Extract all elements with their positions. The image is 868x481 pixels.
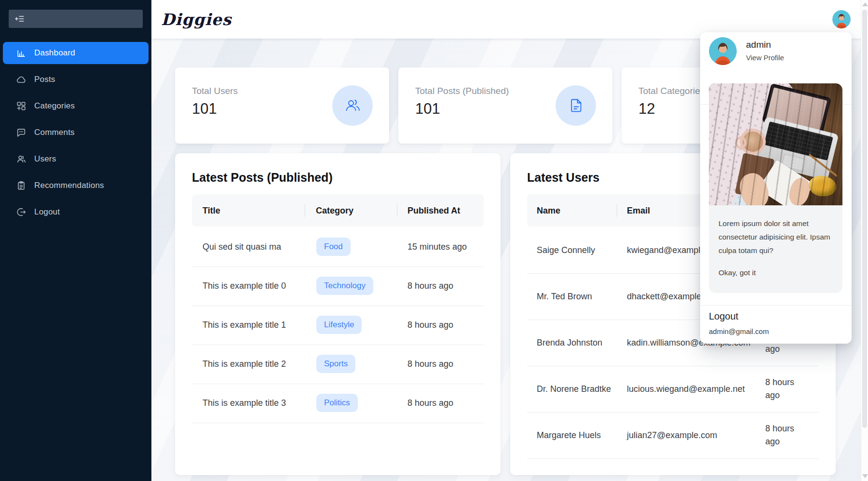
table-row: Dr. Norene Bradtke lucious.wiegand@examp… — [510, 366, 836, 412]
stat-card-total-users: Total Users 101 — [175, 67, 389, 144]
clipboard-icon — [15, 180, 27, 191]
post-published-at: 8 hours ago — [407, 320, 453, 330]
logout-icon — [15, 206, 27, 218]
app-logo: Diggies — [161, 0, 231, 39]
user-name: Mr. Ted Brown — [537, 292, 611, 302]
notebook — [735, 153, 774, 200]
post-title: This is example title 2 — [203, 359, 286, 369]
profile-avatar — [709, 37, 737, 65]
user-name: Saige Connelly — [537, 245, 611, 255]
sidebar-collapse-button[interactable] — [9, 10, 143, 28]
column-header-category[interactable]: Category — [316, 205, 353, 215]
pencil — [809, 154, 838, 177]
column-separator — [305, 204, 305, 217]
sidebar-item-dashboard[interactable]: Dashboard — [3, 42, 149, 64]
profile-email: admin@gmail.com — [709, 327, 769, 335]
stat-value: 101 — [415, 100, 440, 118]
left-hand — [736, 170, 773, 205]
post-category: Technology — [316, 277, 373, 295]
sidebar-item-recommendations[interactable]: Recommendations — [3, 174, 149, 197]
note-dismiss-button[interactable]: Okay, got it — [719, 268, 833, 277]
post-category: Lifestyle — [316, 316, 362, 334]
post-category: Politics — [316, 394, 358, 412]
sidebar-item-label: Logout — [34, 207, 60, 217]
laptop-keyboard — [754, 117, 839, 181]
user-name: Brenda Johnston — [537, 338, 611, 348]
profile-menu-popover: admin View Profile Lorem ipsum dolor sit… — [700, 32, 852, 344]
column-separator — [397, 204, 397, 217]
stat-value: 12 — [638, 100, 655, 118]
sidebar: Dashboard Posts Categories Comments User — [0, 0, 151, 481]
sidebar-item-label: Users — [34, 154, 56, 164]
column-header-name[interactable]: Name — [537, 205, 560, 215]
post-published-at: 8 hours ago — [407, 398, 453, 408]
scroll-down-arrow-icon[interactable] — [862, 474, 868, 478]
sidebar-item-categories[interactable]: Categories — [3, 95, 149, 117]
sidebar-item-comments[interactable]: Comments — [3, 121, 149, 144]
coffee-mug — [740, 129, 766, 155]
right-hand — [787, 176, 813, 205]
vertical-scrollbar[interactable] — [861, 0, 868, 481]
chat-icon — [15, 127, 27, 138]
posts-table-header: Title Category Published At — [192, 194, 484, 227]
sleeve-cuff — [731, 188, 764, 205]
sidebar-item-logout[interactable]: Logout — [3, 201, 149, 223]
stat-label: Total Users — [192, 86, 238, 96]
post-title: This is example title 0 — [203, 281, 286, 291]
stat-label: Total Categories — [638, 86, 705, 96]
sidebar-item-label: Comments — [34, 128, 75, 137]
stat-card-total-posts: Total Posts (Published) 101 — [398, 67, 612, 144]
app-root: Dashboard Posts Categories Comments User — [0, 0, 868, 481]
post-published-at: 8 hours ago — [407, 359, 453, 369]
grid-add-icon — [15, 100, 27, 112]
gold-foil — [809, 176, 836, 196]
scroll-up-arrow-icon[interactable] — [862, 2, 868, 6]
desk-photo — [709, 83, 842, 205]
table-row: This is example title 2 Sports 8 hours a… — [175, 344, 501, 383]
table-row: This is example title 0 Technology 8 hou… — [175, 266, 501, 305]
profile-username: admin — [746, 40, 771, 50]
category-badge: Technology — [316, 277, 373, 295]
stat-value: 101 — [192, 100, 217, 118]
category-badge: Lifestyle — [316, 316, 362, 334]
post-title: Qui sed sit quasi ma — [203, 241, 281, 252]
user-email: lucious.wiegand@example.net — [627, 384, 764, 394]
column-header-title[interactable]: Title — [203, 205, 220, 215]
column-header-email[interactable]: Email — [627, 205, 650, 215]
note-text: Lorem ipsum dolor sit amet consectetur a… — [719, 217, 833, 257]
table-row: Qui sed sit quasi ma Food 15 minutes ago — [175, 227, 501, 266]
column-header-published-at[interactable]: Published At — [407, 205, 460, 215]
sidebar-item-posts[interactable]: Posts — [3, 68, 149, 91]
stat-label: Total Posts (Published) — [415, 86, 509, 96]
scrollbar-thumb[interactable] — [862, 10, 867, 428]
post-title: This is example title 1 — [203, 320, 286, 330]
panel-title: Latest Posts (Published) — [192, 171, 333, 185]
post-title: This is example title 3 — [203, 398, 286, 408]
cloth-decoration — [709, 83, 797, 205]
header-avatar[interactable] — [832, 10, 851, 28]
sidebar-item-label: Categories — [34, 101, 75, 111]
post-category: Sports — [316, 355, 355, 373]
view-profile-link[interactable]: View Profile — [746, 53, 784, 62]
column-separator — [617, 204, 617, 217]
divider — [700, 305, 852, 306]
sidebar-item-label: Posts — [34, 75, 55, 84]
row-divider — [527, 458, 819, 459]
sidebar-item-users[interactable]: Users — [3, 148, 149, 170]
user-name: Margarete Huels — [537, 430, 611, 441]
profile-note-card: Lorem ipsum dolor sit amet consectetur a… — [709, 83, 842, 293]
bar-chart-icon — [15, 47, 27, 59]
user-email: julian27@example.com — [627, 430, 764, 441]
cloud-icon — [15, 74, 27, 85]
paper-sheet — [758, 160, 814, 205]
user-created-at: 8 hours ago — [765, 376, 806, 402]
post-published-at: 15 minutes ago — [407, 241, 467, 252]
table-row: This is example title 3 Politics 8 hours… — [175, 383, 501, 422]
user-name: Dr. Norene Bradtke — [537, 384, 611, 394]
row-divider — [192, 423, 484, 423]
table-row: This is example title 1 Lifestyle 8 hour… — [175, 305, 501, 344]
post-category: Food — [316, 238, 351, 256]
logout-menu-item[interactable]: Logout — [709, 311, 738, 322]
collapse-menu-icon — [14, 13, 25, 24]
document-icon — [556, 85, 596, 126]
